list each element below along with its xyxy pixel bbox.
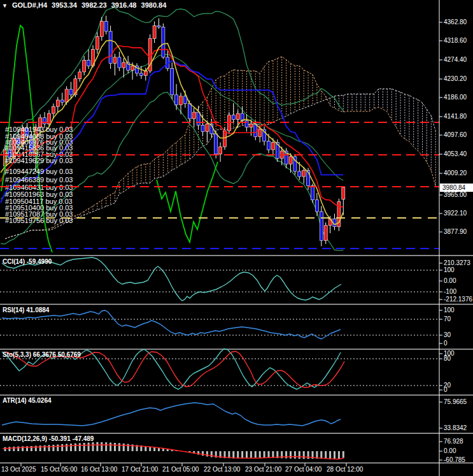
atr-axis-label: 33.8342 — [444, 424, 467, 431]
rsi-axis-label: 0 — [444, 340, 448, 347]
chart-canvas[interactable]: #109401943 buy 0.03#109404088 buy 0.03#1… — [0, 0, 473, 476]
time-axis-label: 21 Oct 05:00 — [162, 466, 199, 473]
rsi-axis-label: 30 — [444, 331, 451, 338]
time-axis-label: 28 Oct 12:00 — [327, 466, 363, 473]
indicator-label-stochastic: Sto(5,3,3) 66.3676 50.6769 — [3, 351, 81, 358]
sto-axis-label: 80 — [444, 355, 451, 362]
price-axis-label: 4053.40 — [444, 150, 467, 157]
macd-axis-label: -60.785 — [444, 456, 465, 463]
order-label: #109466389 buy 0.03 — [5, 176, 73, 184]
time-axis-label: 22 Oct 13:00 — [204, 466, 240, 473]
terminal-chart-window: #109401943 buy 0.03#109404088 buy 0.03#1… — [0, 0, 473, 476]
ohlc-open: 3953.34 — [52, 1, 77, 9]
order-label: #109447249 buy 0.03 — [5, 168, 73, 175]
macd-axis-label: 76.928 — [444, 438, 463, 445]
cci-axis-label: 210.3273 — [444, 259, 470, 266]
indicator-label-macd: MACD(12,26,9) -50.391 -47.489 — [3, 435, 94, 442]
cci-axis-label: -212.1376 — [444, 296, 472, 303]
price-axis-label: 4141.80 — [444, 113, 467, 120]
atr-axis-label: 75.9665 — [444, 398, 467, 405]
indicator-label-atr: ATR(14) 45.0264 — [3, 397, 52, 404]
price-axis-label: 4318.60 — [444, 37, 467, 44]
symbol-dropdown-icon[interactable]: ▼ — [2, 3, 8, 9]
price-axis-label: 3877.90 — [444, 228, 467, 235]
price-axis-label: 4009.20 — [444, 169, 467, 177]
time-axis-label: 27 Oct 04:00 — [285, 466, 321, 473]
current-price-tag: 3980.84 — [440, 184, 473, 192]
sto-axis-label: 0 — [444, 386, 448, 393]
rsi-axis-label: 100 — [444, 307, 455, 314]
macd-axis-label: 0.00 — [444, 447, 456, 454]
rsi-axis-label: 70 — [444, 315, 451, 322]
cci-axis-label: 0.00 — [444, 277, 456, 284]
price-axis-label: 3965.00 — [444, 191, 467, 198]
price-axis-label: 4362.80 — [444, 18, 467, 25]
price-axis-label: 4186.00 — [444, 94, 467, 101]
cci-axis-label: 100 — [444, 266, 455, 273]
cci-axis-label: -100 — [444, 288, 456, 295]
ohlc-high: 3982.23 — [81, 1, 107, 9]
price-axis-label: 4097.60 — [444, 131, 467, 138]
order-label: #109419629 buy 0.03 — [5, 157, 73, 164]
time-axis-label: 17 Oct 21:00 — [122, 466, 158, 473]
ohlc-low: 3916.48 — [111, 1, 137, 9]
time-axis-label: 23 Oct 21:00 — [245, 466, 281, 473]
time-axis-label: 16 Oct 13:00 — [81, 466, 117, 473]
indicator-label-cci: CCI(14) -59.4990 — [3, 258, 52, 265]
price-axis-label: 4230.20 — [444, 75, 467, 82]
ohlc-close: 3980.84 — [141, 1, 167, 9]
price-axis-label: 3922.10 — [444, 210, 467, 217]
time-axis-label: 15 Oct 05:00 — [41, 466, 77, 473]
time-axis-label: 13 Oct 2025 — [1, 466, 36, 473]
symbol-label: GOLD#,H4 — [12, 1, 47, 9]
price-axis-label: 4274.40 — [444, 56, 467, 63]
chart-title: ▼ GOLD#,H4 3953.34 3982.23 3916.48 3980.… — [2, 1, 169, 9]
indicator-label-rsi: RSI(14) 41.0884 — [3, 307, 49, 314]
